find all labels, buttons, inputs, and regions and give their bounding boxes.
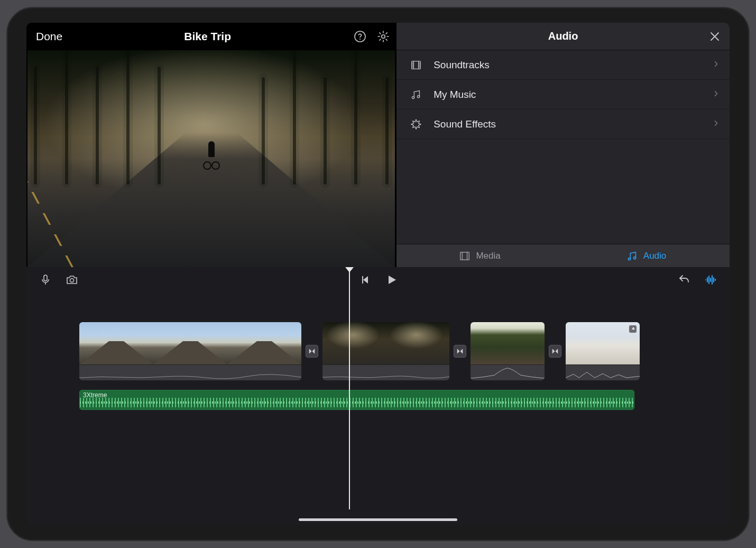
tab-audio[interactable]: Audio	[563, 244, 730, 267]
sound-effects-row[interactable]: Sound Effects	[397, 109, 730, 139]
home-indicator[interactable]	[299, 518, 457, 521]
video-clip[interactable]	[566, 322, 640, 380]
svg-rect-6	[460, 252, 469, 260]
timeline-toolbar	[26, 267, 730, 293]
svg-point-4	[412, 96, 414, 98]
top-section: Done Bike Trip	[26, 23, 730, 267]
svg-point-2	[382, 35, 385, 38]
media-audio-tabs: Media Audio	[397, 244, 730, 267]
playhead[interactable]	[349, 268, 350, 509]
chevron-right-icon	[712, 118, 720, 130]
video-clip[interactable]	[322, 322, 449, 380]
burst-icon	[408, 118, 424, 130]
audio-category-list: Soundtracks My Music	[397, 50, 730, 244]
tablet-frame: Done Bike Trip	[6, 7, 750, 541]
close-icon[interactable]	[707, 29, 722, 44]
film-icon	[459, 250, 471, 262]
row-label: My Music	[434, 89, 476, 101]
video-clip[interactable]	[471, 322, 545, 380]
preview-pane: Done Bike Trip	[26, 23, 396, 267]
transition-icon[interactable]	[306, 345, 318, 358]
svg-point-1	[359, 39, 361, 40]
play-icon[interactable]	[384, 272, 399, 287]
video-track: 27.0s	[79, 322, 730, 380]
clip-audio-waveform	[566, 364, 640, 380]
preview-header: Done Bike Trip	[26, 23, 396, 50]
video-preview[interactable]	[27, 50, 395, 267]
tab-media-label: Media	[476, 251, 500, 261]
gear-icon[interactable]	[376, 29, 391, 44]
music-note-icon	[408, 89, 424, 101]
waveform-icon[interactable]	[703, 272, 718, 287]
soundtrack-waveform	[80, 398, 634, 407]
my-music-row[interactable]: My Music	[397, 80, 730, 109]
clip-audio-waveform	[322, 364, 449, 380]
project-title: Bike Trip	[62, 30, 353, 43]
audio-panel: Audio	[396, 23, 730, 267]
svg-point-10	[70, 279, 74, 282]
video-clip[interactable]	[79, 322, 301, 380]
audio-panel-header: Audio	[397, 23, 730, 50]
camera-icon[interactable]	[64, 272, 79, 287]
row-label: Soundtracks	[434, 59, 490, 71]
tab-media[interactable]: Media	[397, 244, 563, 267]
music-icon	[626, 250, 638, 262]
soundtracks-row[interactable]: Soundtracks	[397, 50, 730, 80]
svg-rect-9	[44, 275, 47, 281]
done-button[interactable]: Done	[36, 30, 62, 43]
chevron-right-icon	[712, 59, 720, 71]
row-label: Sound Effects	[434, 118, 496, 130]
tab-audio-label: Audio	[643, 251, 666, 261]
soundtrack-clip[interactable]: 3Xtreme	[79, 390, 634, 410]
audio-panel-title: Audio	[548, 30, 578, 42]
skip-back-icon[interactable]	[357, 272, 372, 287]
svg-point-5	[418, 95, 420, 97]
help-icon[interactable]	[353, 29, 367, 44]
clip-audio-waveform	[79, 364, 301, 380]
svg-point-7	[628, 258, 630, 260]
film-strip-icon	[408, 59, 424, 71]
app-screen: Done Bike Trip	[26, 23, 730, 525]
transition-icon[interactable]	[454, 345, 466, 358]
transition-icon[interactable]	[549, 345, 561, 358]
svg-point-8	[633, 257, 635, 259]
microphone-icon[interactable]	[38, 272, 53, 287]
clip-audio-waveform	[471, 364, 545, 380]
chevron-right-icon	[712, 89, 720, 101]
undo-icon[interactable]	[677, 272, 692, 287]
timeline[interactable]: 27.0s 3Xtreme	[26, 293, 730, 525]
